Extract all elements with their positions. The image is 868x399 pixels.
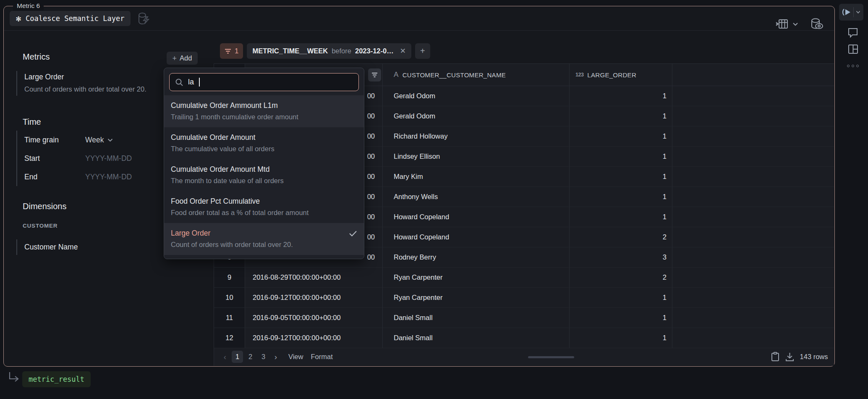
empty-cell [672, 227, 834, 247]
download-icon[interactable] [785, 352, 794, 362]
format-menu[interactable]: Format [311, 353, 332, 361]
column-filter-button[interactable] [368, 68, 381, 81]
dot [847, 65, 850, 67]
run-options-chevron-icon[interactable] [856, 10, 860, 14]
number-type-icon: 123 [575, 72, 583, 78]
metric-option-title: Large Order [171, 229, 210, 238]
plus-icon: + [173, 55, 177, 62]
metric-option-description: Trailing 1 month cumulative order amount [171, 113, 357, 121]
empty-cell [672, 106, 834, 126]
database-lightning-icon[interactable] [136, 12, 151, 25]
layout-button[interactable] [844, 41, 861, 57]
source-chip-label: Coalesce Semantic Layer [26, 14, 124, 23]
metric-option-title: Cumulative Order Amount Mtd [171, 165, 269, 174]
large-order-column-label: LARGE_ORDER [587, 71, 636, 79]
time-filter-chip[interactable]: METRIC_TIME__WEEK before 2023-12-0… ✕ [247, 43, 411, 59]
customer-name-cell: Gerald Odom [383, 86, 570, 106]
add-filter-button[interactable]: + [415, 43, 430, 59]
filter-count-chip[interactable]: 1 [220, 43, 243, 59]
empty-cell [672, 167, 834, 187]
time-grain-value: Week [85, 136, 104, 144]
large-order-value-cell: 1 [570, 308, 672, 328]
more-options-button[interactable] [844, 58, 861, 74]
metric-option[interactable]: Large OrderCount of orders with order to… [164, 223, 364, 255]
metric-option[interactable]: Cumulative Order AmountThe cumulative va… [164, 127, 364, 159]
comment-button[interactable] [844, 24, 861, 40]
metric-option-description: Food order total as a % of total order a… [171, 209, 357, 217]
large-order-value-cell: 1 [570, 207, 672, 227]
page-button-2[interactable]: 2 [245, 351, 256, 363]
time-start-input[interactable]: YYYY-MM-DD [85, 154, 132, 163]
large-order-value-cell: 1 [570, 187, 672, 207]
metric-option-title: Cumulative Order Ammount L1m [171, 101, 278, 110]
next-page-icon[interactable]: › [271, 352, 281, 362]
time-end-input[interactable]: YYYY-MM-DD [85, 173, 132, 181]
metric-search-box[interactable]: la [169, 73, 359, 91]
time-end-label: End [24, 173, 85, 181]
text-type-icon: A [394, 71, 399, 79]
time-grain-label: Time grain [24, 136, 85, 144]
large-order-column-header[interactable]: 123 LARGE_ORDER [570, 64, 672, 86]
chevron-down-icon[interactable] [792, 22, 798, 26]
date-cell: 2016-08-29T00:00:00+00:00 [245, 268, 383, 288]
metric-option-title: Cumulative Order Amount [171, 133, 255, 142]
metric-option[interactable]: Cumulative Order Ammount L1mTrailing 1 m… [164, 95, 364, 127]
dimension-group-label: CUSTOMER [23, 223, 58, 229]
time-grain-row: Time grain Week [24, 131, 167, 149]
empty-cell [672, 328, 834, 348]
date-cell: 2016-09-12T00:00:00+00:00 [245, 288, 383, 308]
large-order-value-cell: 2 [570, 268, 672, 288]
dimensions-heading: Dimensions [23, 202, 66, 211]
time-grain-select[interactable]: Week [85, 136, 113, 144]
customer-name-cell: Ryan Carpenter [383, 268, 570, 288]
filter-count: 1 [235, 47, 238, 55]
customer-column-header[interactable]: A CUSTOMER__CUSTOMER_NAME [383, 64, 570, 86]
large-order-value-cell: 1 [570, 288, 672, 308]
metric-name: Large Order [24, 73, 146, 81]
empty-cell [672, 187, 834, 207]
pagination: ‹ 123 › [220, 351, 281, 363]
large-order-value-cell: 1 [570, 167, 672, 187]
metric-description: Count of orders with order total over 20… [24, 85, 146, 93]
large-order-value-cell: 1 [570, 328, 672, 348]
customer-name-cell: Mary Kim [383, 167, 570, 187]
time-start-row: Start YYYY-MM-DD [24, 149, 167, 168]
metric-option[interactable]: Food Order Pct CumulativeFood order tota… [164, 191, 364, 223]
selected-metric-item[interactable]: Large Order Count of orders with order t… [16, 71, 146, 96]
add-metric-button[interactable]: + Add [167, 52, 198, 65]
page-button-1[interactable]: 1 [232, 351, 243, 363]
search-input[interactable]: la [188, 78, 194, 87]
view-menu[interactable]: View [288, 353, 303, 361]
page-button-3[interactable]: 3 [258, 351, 269, 363]
filter-bar: 1 METRIC_TIME__WEEK before 2023-12-0… ✕ … [220, 43, 430, 59]
metric-option[interactable]: Cumulative Order Amount MtdThe month to … [164, 159, 364, 191]
customer-name-cell: Richard Holloway [383, 126, 570, 147]
metrics-heading: Metrics [23, 52, 50, 62]
filter-value: 2023-12-0… [355, 47, 394, 55]
preview-source-data-icon[interactable] [810, 18, 824, 30]
customer-name-cell: Daniel Small [383, 328, 570, 348]
page-buttons: 123 [232, 351, 269, 363]
remove-filter-icon[interactable]: ✕ [400, 47, 406, 55]
push-to-table-icon[interactable] [775, 18, 789, 30]
empty-cell [672, 268, 834, 288]
semantic-layer-source-chip[interactable]: ✻ Coalesce Semantic Layer [10, 11, 131, 26]
horizontal-scrollbar[interactable] [528, 356, 574, 358]
chevron-down-icon [107, 138, 113, 142]
previous-page-icon[interactable]: ‹ [220, 352, 230, 362]
dimension-item-customer-name[interactable]: Customer Name [16, 239, 78, 255]
copy-to-clipboard-icon[interactable] [771, 352, 779, 362]
run-cell-button[interactable] [839, 4, 863, 21]
table-footer: ‹ 123 › View Format 143 [214, 348, 834, 366]
row-index-cell: 9 [214, 268, 245, 288]
row-index-cell: 10 [214, 288, 245, 308]
run-icon [842, 8, 851, 16]
add-button-label: Add [180, 54, 192, 62]
metric-options-list: Cumulative Order Ammount L1mTrailing 1 m… [164, 95, 364, 255]
output-variable-chip[interactable]: metric_result [22, 371, 91, 387]
empty-column-header [672, 64, 834, 86]
empty-cell [672, 126, 834, 147]
empty-cell [672, 247, 834, 268]
customer-column-label: CUSTOMER__CUSTOMER_NAME [403, 71, 506, 79]
table-row: 102016-09-12T00:00:00+00:00Ryan Carpente… [214, 288, 834, 308]
